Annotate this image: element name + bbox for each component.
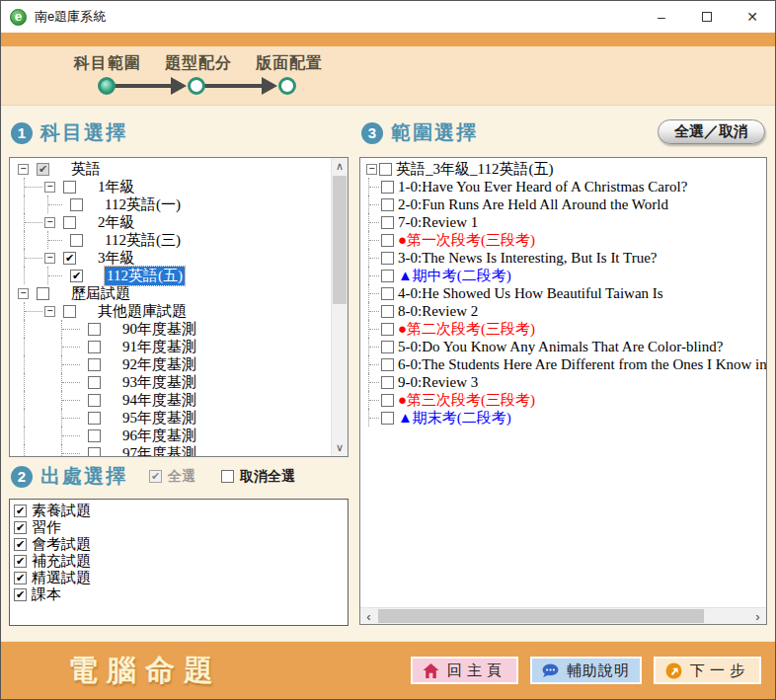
list-item[interactable]: ✔精選試題 xyxy=(10,570,348,586)
checkbox-checked[interactable]: ✔ xyxy=(63,252,76,265)
checkbox-unchecked[interactable] xyxy=(70,234,83,247)
checkbox-unchecked[interactable] xyxy=(381,198,394,211)
tree-item[interactable]: 90年度基測 xyxy=(10,320,348,338)
tree-item-root[interactable]: −英語_3年級_112英語(五) xyxy=(360,160,766,178)
checkbox-unchecked[interactable] xyxy=(381,394,394,407)
tree-item[interactable]: 97年度基測 xyxy=(10,444,348,457)
checkbox-unchecked[interactable] xyxy=(88,341,101,353)
tree-item[interactable]: −2年級 xyxy=(10,213,348,231)
checkbox-unchecked[interactable] xyxy=(379,163,392,176)
tree-item[interactable]: 8-0:Review 2 xyxy=(360,302,766,320)
tree-item[interactable]: ●第一次段考(三段考) xyxy=(360,231,766,249)
list-item[interactable]: ✔課本 xyxy=(10,586,348,603)
checkbox-unchecked[interactable] xyxy=(381,270,394,282)
tree-item[interactable]: −其他題庫試題 xyxy=(10,302,348,320)
checkbox-unchecked[interactable] xyxy=(63,216,76,229)
tree-item[interactable]: 95年度基測 xyxy=(10,409,348,427)
tree-item[interactable]: 5-0:Do You Know Any Animals That Are Col… xyxy=(360,338,766,355)
checkbox-checked[interactable]: ✔ xyxy=(14,521,27,534)
tree-item[interactable]: 112英語(三) xyxy=(10,231,348,249)
checkbox-unchecked[interactable] xyxy=(381,358,394,371)
expander-icon[interactable]: − xyxy=(18,288,29,299)
tree-item[interactable]: −1年級 xyxy=(10,178,348,195)
checkbox-checked[interactable]: ✔ xyxy=(14,588,27,601)
expander-icon[interactable]: − xyxy=(44,306,55,317)
vertical-scrollbar[interactable]: ∧ ∨ xyxy=(331,158,348,456)
checkbox-unchecked[interactable] xyxy=(381,234,394,247)
checkbox-unchecked[interactable] xyxy=(37,287,49,300)
scroll-up-icon[interactable]: ∧ xyxy=(332,158,348,175)
checkbox-unchecked[interactable] xyxy=(88,323,101,336)
tree-item[interactable]: ●第三次段考(三段考) xyxy=(360,391,766,409)
select-all-checkbox[interactable]: ✔ xyxy=(149,470,162,483)
home-button[interactable]: 回主頁 xyxy=(411,657,518,684)
list-item[interactable]: ✔會考試題 xyxy=(10,536,348,553)
checkbox-checked[interactable]: ✔ xyxy=(14,572,27,584)
tree-item-selected[interactable]: ✔112英語(五) xyxy=(10,267,348,284)
checkbox-unchecked[interactable] xyxy=(88,447,101,458)
checkbox-unchecked[interactable] xyxy=(381,216,394,229)
scroll-down-icon[interactable]: ∨ xyxy=(332,439,348,456)
tree-item[interactable]: −✔3年級 xyxy=(10,249,348,267)
checkbox-unchecked[interactable] xyxy=(381,376,394,389)
checkbox-unchecked[interactable] xyxy=(63,181,76,194)
checkbox-unchecked[interactable] xyxy=(88,429,101,442)
checkbox-checked[interactable]: ✔ xyxy=(70,270,83,282)
list-item[interactable]: ✔習作 xyxy=(10,519,348,536)
tree-item[interactable]: 2-0:Fun Runs Are Held All Around the Wor… xyxy=(360,195,766,213)
expander-icon[interactable]: − xyxy=(18,164,29,175)
scrollbar-thumb[interactable] xyxy=(333,176,347,304)
deselect-all-checkbox[interactable] xyxy=(221,470,234,483)
select-toggle-button[interactable]: 全選／取消 xyxy=(658,119,765,144)
checkbox-unchecked[interactable] xyxy=(63,305,76,318)
tree-item[interactable]: −✔英語 xyxy=(10,160,348,178)
list-item[interactable]: ✔素養試題 xyxy=(10,503,348,519)
tree-item[interactable]: 96年度基測 xyxy=(10,427,348,444)
tree-item[interactable]: 7-0:Review 1 xyxy=(360,213,766,231)
checkbox-unchecked[interactable] xyxy=(381,323,394,336)
expander-icon[interactable]: − xyxy=(44,182,55,193)
tree-item[interactable]: 93年度基測 xyxy=(10,373,348,391)
checkbox-unchecked[interactable] xyxy=(381,252,394,265)
checkbox-unchecked[interactable] xyxy=(381,287,394,300)
horizontal-scrollbar[interactable]: ‹ › xyxy=(360,607,766,624)
minimize-button[interactable]: – xyxy=(639,1,684,33)
help-button[interactable]: 輔助說明 xyxy=(530,657,642,684)
checkbox-gray-checked[interactable]: ✔ xyxy=(37,163,49,176)
tree-item[interactable]: 3-0:The News Is Interesting, But Is It T… xyxy=(360,249,766,267)
tree-item[interactable]: 91年度基測 xyxy=(10,338,348,355)
checkbox-unchecked[interactable] xyxy=(381,412,394,425)
tree-item[interactable]: 4-0:He Showed Us How Beautiful Taiwan Is xyxy=(360,284,766,302)
tree-item[interactable]: 112英語(一) xyxy=(10,195,348,213)
checkbox-unchecked[interactable] xyxy=(88,412,101,425)
list-item[interactable]: ✔補充試題 xyxy=(10,553,348,570)
scrollbar-thumb[interactable] xyxy=(378,609,704,623)
tree-item[interactable]: ▲期末考(二段考) xyxy=(360,409,766,427)
checkbox-unchecked[interactable] xyxy=(88,376,101,389)
checkbox-unchecked[interactable] xyxy=(381,181,394,194)
tree-item[interactable]: −歷屆試題 xyxy=(10,284,348,302)
tree-item[interactable]: ●第二次段考(三段考) xyxy=(360,320,766,338)
close-button[interactable]: ✕ xyxy=(730,1,775,33)
checkbox-checked[interactable]: ✔ xyxy=(14,538,27,551)
checkbox-checked[interactable]: ✔ xyxy=(14,555,27,568)
checkbox-unchecked[interactable] xyxy=(88,358,101,371)
tree-item[interactable]: 92年度基測 xyxy=(10,355,348,373)
checkbox-unchecked[interactable] xyxy=(381,305,394,318)
maximize-button[interactable] xyxy=(684,1,730,33)
checkbox-unchecked[interactable] xyxy=(88,394,101,407)
tree-item[interactable]: 1-0:Have You Ever Heard of A Christmas C… xyxy=(360,178,766,195)
tree-item[interactable]: 94年度基測 xyxy=(10,391,348,409)
tree-item[interactable]: 6-0:The Students Here Are Different from… xyxy=(360,355,766,373)
scroll-left-icon[interactable]: ‹ xyxy=(360,608,377,625)
checkbox-checked[interactable]: ✔ xyxy=(14,505,27,517)
expander-icon[interactable]: − xyxy=(44,253,55,264)
expander-icon[interactable]: − xyxy=(366,164,377,175)
tree-item[interactable]: ▲期中考(二段考) xyxy=(360,267,766,284)
scroll-right-icon[interactable]: › xyxy=(749,608,766,625)
checkbox-unchecked[interactable] xyxy=(70,198,83,211)
checkbox-unchecked[interactable] xyxy=(381,341,394,353)
tree-item[interactable]: 9-0:Review 3 xyxy=(360,373,766,391)
next-button[interactable]: 下一步 xyxy=(654,657,761,684)
expander-icon[interactable]: − xyxy=(44,217,55,228)
